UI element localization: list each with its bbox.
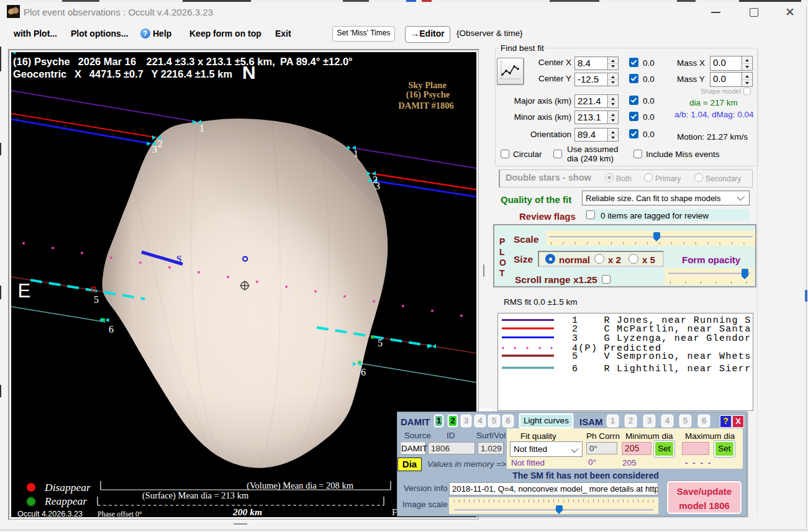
- svg-text:2: 2: [158, 138, 163, 149]
- svg-text:4: 4: [286, 285, 291, 295]
- svg-text:Sky Plane: Sky Plane: [408, 80, 447, 90]
- svg-text:DAMIT #1806: DAMIT #1806: [398, 101, 454, 110]
- svg-text:(16) Psyche: (16) Psyche: [406, 89, 450, 100]
- svg-text:(16) Psyche 2026 Mar 16 221.: (16) Psyche 2026 Mar 16 221.4 ±3.3 x 213…: [13, 56, 353, 67]
- svg-text:N: N: [242, 62, 256, 83]
- svg-text:6: 6: [109, 324, 114, 335]
- svg-text:3: 3: [375, 181, 380, 191]
- svg-text:(Surface) Mean dia = 213 km: (Surface) Mean dia = 213 km: [142, 490, 249, 501]
- svg-text:Phase offset 0°: Phase offset 0°: [98, 510, 142, 517]
- svg-text:E: E: [18, 280, 31, 302]
- svg-text:(Volume) Mean dia = 208 km: (Volume) Mean dia = 208 km: [247, 480, 354, 491]
- svg-text:1: 1: [353, 148, 358, 159]
- svg-text:Occult 4.2026.3.23: Occult 4.2026.3.23: [17, 510, 83, 517]
- svg-text:S: S: [176, 254, 181, 264]
- svg-text:5: 5: [378, 338, 383, 348]
- svg-text:5: 5: [94, 294, 99, 305]
- svg-text:Reappear: Reappear: [44, 495, 87, 507]
- svg-text:5 V Sempronio, near Whets: 5 V Sempronio, near Whets: [572, 351, 751, 362]
- svg-text:3 G Lyzenga, near Glendor: 3 G Lyzenga, near Glendor: [572, 333, 751, 344]
- svg-text:6: 6: [361, 367, 366, 377]
- svg-text:1: 1: [199, 123, 204, 133]
- svg-text:200 km: 200 km: [232, 507, 262, 517]
- svg-text:Geocentric X 4471.5 ±0.7 Y: Geocentric X 4471.5 ±0.7 Y 2216.4 ±1.5 k…: [13, 68, 232, 79]
- svg-text:3: 3: [152, 144, 157, 155]
- svg-text:6 R Lighthill, near Sierr: 6 R Lighthill, near Sierr: [572, 364, 751, 374]
- svg-text:Disappear: Disappear: [44, 481, 91, 494]
